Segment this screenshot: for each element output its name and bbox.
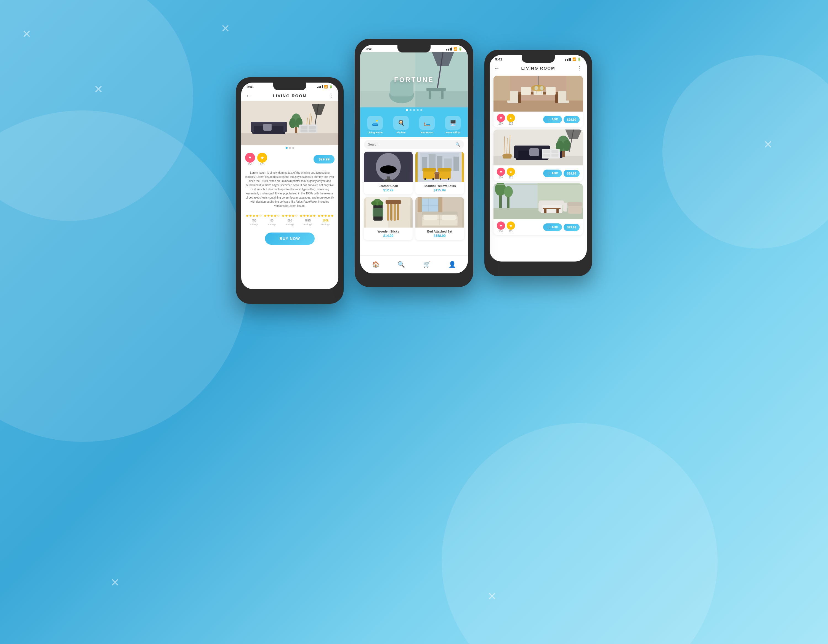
heart-button-left[interactable]: ♥ — [245, 153, 255, 163]
count-4: 7895 — [305, 219, 311, 222]
category-home-office[interactable]: 🖥️ Home Office — [445, 116, 461, 134]
nav-profile[interactable]: 👤 — [446, 259, 458, 271]
svg-rect-133 — [568, 202, 582, 206]
home-office-icon-box: 🖥️ — [445, 116, 461, 130]
add-button-right-2[interactable]: 🛒 ADD — [543, 170, 562, 177]
add-button-right-1[interactable]: 🛒 ADD — [543, 116, 562, 123]
category-bed-room[interactable]: 🛏️ Bed Room — [419, 116, 435, 134]
svg-rect-1 — [241, 133, 339, 145]
nav-search[interactable]: 🔍 — [395, 259, 408, 271]
battery-icon-right: 🔋 — [577, 57, 581, 61]
heart-button-right-3[interactable]: ♥ — [497, 221, 505, 230]
room-scene-left — [241, 101, 339, 145]
star-button-right-3[interactable]: ★ — [507, 221, 515, 230]
product-image-right-3 — [494, 183, 583, 219]
signal-icon-center — [446, 47, 452, 50]
svg-rect-17 — [301, 126, 307, 129]
living-room-svg — [494, 129, 583, 165]
svg-rect-44 — [423, 168, 436, 171]
search-bar[interactable]: 🔍 — [364, 140, 464, 149]
cross-decoration: ✕ — [110, 576, 120, 589]
product-image-wooden-sticks — [364, 197, 412, 228]
heart-label-right-1: 15K — [499, 122, 503, 125]
product-card-leather-chair[interactable]: Leather Chair $12.99 — [364, 152, 412, 195]
svg-rect-61 — [394, 202, 396, 221]
buy-now-button[interactable]: BUY NOW — [265, 232, 315, 245]
svg-rect-77 — [442, 215, 456, 220]
star-count-right-3: ★ 125 — [507, 221, 515, 233]
star-button-left[interactable]: ★ — [257, 153, 267, 163]
heart-button-right-1[interactable]: ♥ — [497, 114, 505, 122]
product-card-wooden-sticks[interactable]: Wooden Sticks 814.99 — [364, 197, 412, 240]
svg-rect-81 — [494, 101, 583, 112]
product-info-yellow-sofas: Beautiful Yellow Sofas $125.99 — [416, 182, 464, 195]
back-button-left[interactable]: ← — [246, 93, 251, 99]
product-card-yellow-sofas[interactable]: Beautiful Yellow Sofas $125.99 — [416, 152, 464, 195]
category-living-room[interactable]: 🛋️ Living Room — [367, 116, 383, 134]
nav-cart[interactable]: 🛒 — [420, 259, 433, 271]
more-menu-left[interactable]: ⋮ — [328, 92, 334, 99]
svg-rect-50 — [448, 178, 449, 180]
svg-point-95 — [535, 86, 538, 90]
svg-point-11 — [289, 118, 296, 128]
product-image-bed-set — [416, 197, 464, 228]
stars-1: ★★★★☆ — [246, 214, 262, 218]
price-tag-right-1: $29.99 — [564, 116, 580, 123]
svg-rect-46 — [438, 168, 451, 171]
banner-dot-3 — [413, 109, 415, 111]
svg-rect-47 — [425, 178, 426, 180]
product-price-bed-set: 8158.99 — [418, 234, 461, 238]
center-phone-screen: 9:41 📶 🔋 — [360, 45, 468, 273]
svg-rect-120 — [503, 154, 511, 159]
nav-home[interactable]: 🏠 — [370, 259, 382, 271]
svg-point-66 — [378, 201, 383, 206]
svg-point-33 — [380, 165, 397, 174]
svg-rect-58 — [373, 208, 383, 217]
star-button-right-2[interactable]: ★ — [507, 168, 515, 176]
page-title-left: LIVING ROOM — [273, 93, 307, 98]
status-icons-left: 📶 🔋 — [317, 85, 333, 89]
heart-button-right-2[interactable]: ♥ — [497, 168, 505, 176]
chair-svg — [366, 152, 411, 182]
cross-decoration: ✕ — [488, 590, 497, 603]
price-button-left[interactable]: $29.99 — [314, 155, 334, 163]
search-input[interactable] — [368, 143, 453, 146]
product-info-wooden-sticks: Wooden Sticks 814.99 — [364, 228, 412, 240]
product-card-bed-set[interactable]: Bed Attached Set 8158.99 — [416, 197, 464, 240]
star-label-right-2: 125 — [509, 176, 513, 179]
back-button-right[interactable]: ← — [494, 65, 500, 71]
heart-count-left: ♥ 15K — [245, 153, 255, 166]
count-3: 698 — [288, 219, 292, 222]
svg-rect-28 — [427, 88, 446, 91]
star-label-left: 125 — [260, 163, 265, 166]
svg-rect-111 — [552, 150, 558, 153]
bedroom-icon-box: 🛏️ — [419, 116, 435, 130]
product-card-right-1[interactable]: ♥ 15K ★ 125 🛒 ADD $29.99 — [494, 76, 583, 127]
svg-rect-130 — [538, 203, 543, 212]
svg-rect-48 — [433, 178, 434, 180]
signal-icon-left — [317, 85, 323, 88]
kitchen-icon: 🍳 — [398, 119, 405, 126]
bottom-nav-center: 🏠 🔍 🛒 👤 — [360, 256, 468, 273]
sofa-svg — [417, 152, 462, 182]
living-room-icon-box: 🛋️ — [367, 116, 383, 130]
svg-rect-83 — [518, 94, 521, 103]
product-price-leather-chair: $12.99 — [367, 188, 410, 192]
more-menu-right[interactable]: ⋮ — [577, 64, 582, 71]
description-text-left: Lorem Ipsum is simply dummy text of the … — [241, 168, 339, 211]
svg-rect-134 — [543, 208, 561, 209]
svg-rect-18 — [309, 126, 316, 129]
svg-rect-112 — [543, 154, 550, 157]
rating-item-1: ★★★★☆ 455 Ratings — [246, 214, 262, 226]
product-card-right-3[interactable]: ♥ 15K ★ 125 🛒 ADD $29.99 — [494, 183, 583, 235]
add-button-right-3[interactable]: 🛒 ADD — [543, 223, 562, 231]
bg-circle-3 — [442, 423, 718, 644]
rating-item-5: ★★★★★ 100k Ratings — [317, 214, 334, 226]
dots-indicator-left — [241, 145, 339, 151]
product-card-right-2[interactable]: ♥ 15K ★ 125 🛒 ADD $29.99 — [494, 129, 583, 181]
star-button-right-1[interactable]: ★ — [507, 114, 515, 122]
bed-icon: 🛏️ — [423, 119, 431, 126]
category-kitchen[interactable]: 🍳 Kitchen — [393, 116, 409, 134]
stars-2: ★★★★☆ — [263, 214, 280, 218]
svg-rect-113 — [552, 154, 558, 157]
